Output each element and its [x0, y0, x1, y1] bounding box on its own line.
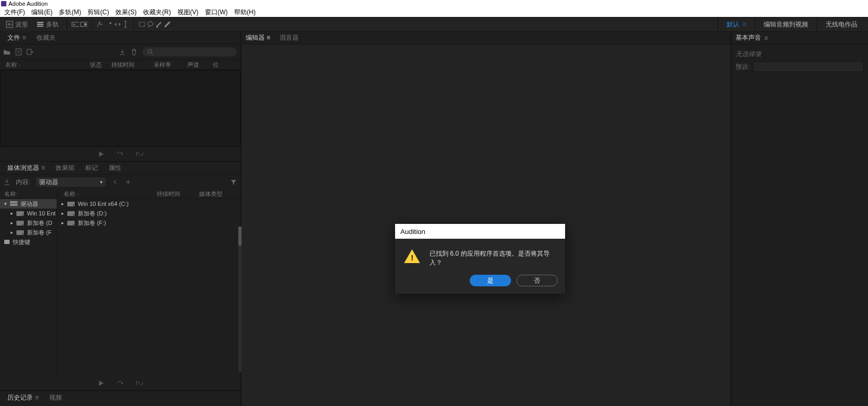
svg-rect-7	[84, 23, 87, 25]
menu-glyph-icon: ≡	[266, 34, 270, 41]
no-selection-text: 无选择项	[736, 48, 864, 60]
menu-clip[interactable]: 剪辑(C)	[84, 8, 112, 17]
menu-glyph-icon: ≡	[35, 394, 39, 401]
drive-icon	[67, 211, 75, 216]
chevron-right-icon: ▸	[11, 211, 13, 216]
multitrack-mode-button[interactable]: 多轨	[33, 19, 62, 31]
waveform-mode-button[interactable]: 波形	[2, 19, 32, 31]
filter-icon[interactable]	[230, 178, 237, 186]
drive-icon	[67, 202, 75, 206]
toolbar-separator	[92, 19, 92, 30]
files-header-row[interactable]: 名称 ↑ 状态 持续时间 采样率 声道 位	[0, 59, 240, 70]
workspace-tab-default[interactable]: 默认≡	[718, 17, 755, 31]
heal-tool-icon[interactable]	[164, 21, 171, 28]
add-shortcut-icon[interactable]	[124, 178, 132, 186]
media-footer	[0, 376, 240, 390]
titlebar: Adobe Audition	[0, 0, 868, 7]
tree-item-shortcuts[interactable]: 快捷键	[0, 237, 57, 247]
workspace-tab-audio-to-video[interactable]: 编辑音频到视频	[755, 17, 817, 31]
menu-help[interactable]: 帮助(H)	[231, 8, 259, 17]
back-icon[interactable]	[112, 178, 119, 186]
tree-item-d[interactable]: ▸新加卷 (D	[0, 218, 57, 228]
move-tool-icon[interactable]	[96, 21, 104, 28]
menu-window[interactable]: 窗口(W)	[202, 8, 231, 17]
history-panel: 历史记录≡ 视频	[0, 391, 240, 406]
import-preferences-dialog: Audition ! 已找到 6.0 的应用程序首选项。是否将其导入？ 是 否	[395, 224, 565, 294]
panel-title-essential-sound[interactable]: 基本声音 ≡	[731, 32, 868, 44]
svg-rect-1	[37, 22, 43, 23]
svg-rect-10	[156, 26, 158, 28]
media-list-header[interactable]: 名称 ↑ 持续时间 媒体类型	[57, 190, 240, 199]
brush-tool-icon[interactable]	[155, 21, 163, 28]
toolbar: 波形 多轨 默认≡ 编辑音频到视频 无线电作品	[0, 17, 868, 32]
new-file-icon[interactable]	[15, 48, 22, 56]
no-button[interactable]: 否	[516, 275, 558, 286]
tab-media-browser[interactable]: 媒体浏览器≡	[2, 161, 50, 174]
open-file-icon[interactable]	[3, 48, 11, 56]
slip-tool-icon[interactable]	[113, 21, 121, 28]
chevron-down-icon: ▾	[100, 179, 103, 185]
hud-toggle-a-icon[interactable]	[71, 21, 79, 28]
tab-effects-rack[interactable]: 效果组	[50, 161, 80, 174]
menu-view[interactable]: 视图(V)	[174, 8, 202, 17]
chevron-right-icon: ▸	[61, 201, 64, 206]
new-multitrack-icon[interactable]	[26, 48, 34, 56]
svg-rect-11	[16, 49, 21, 55]
menu-file[interactable]: 文件(F)	[1, 8, 28, 17]
autoplay-icon[interactable]	[136, 380, 143, 387]
content-dropdown[interactable]: 驱动器 ▾	[35, 177, 106, 187]
folder-tree: 名称 ↑ ▾ 驱动器 ▸Win 10 Ent ▸新加卷 (D ▸新加卷 (F 快…	[0, 190, 57, 376]
lasso-tool-icon[interactable]	[147, 21, 154, 28]
files-panel: 文件≡ 收藏夹 名称 ↑ 状态	[0, 32, 240, 162]
files-list[interactable]	[0, 70, 240, 147]
waveform-icon	[6, 21, 13, 28]
preset-dropdown[interactable]	[753, 61, 864, 72]
loop-icon[interactable]	[117, 150, 124, 158]
tab-history[interactable]: 历史记录≡	[2, 391, 44, 404]
tree-item-f[interactable]: ▸新加卷 (F	[0, 228, 57, 237]
import-icon[interactable]	[3, 178, 11, 186]
menu-effects[interactable]: 效果(S)	[112, 8, 140, 17]
razor-tool-icon[interactable]	[105, 21, 112, 28]
editor-tabs: 编辑器 ≡ 混音器	[241, 32, 730, 44]
menubar: 文件(F) 编辑(E) 多轨(M) 剪辑(C) 效果(S) 收藏夹(R) 视图(…	[0, 7, 868, 17]
tab-video[interactable]: 视频	[44, 391, 67, 404]
tree-item-drives[interactable]: ▾ 驱动器	[0, 199, 57, 209]
scrollbar-thumb[interactable]	[238, 227, 241, 246]
yes-button[interactable]: 是	[470, 275, 511, 286]
preset-label: 预设:	[736, 62, 750, 71]
svg-rect-2	[37, 24, 43, 25]
menu-glyph-icon: ≡	[22, 34, 26, 41]
tab-properties[interactable]: 属性	[103, 161, 127, 174]
list-item[interactable]: ▸新加卷 (F:)	[57, 218, 240, 228]
tab-editor[interactable]: 编辑器 ≡	[246, 33, 270, 42]
menu-glyph-icon: ≡	[41, 164, 45, 172]
tree-item-c[interactable]: ▸Win 10 Ent	[0, 209, 57, 218]
tab-markers[interactable]: 标记	[80, 161, 103, 174]
workspace-tab-radio[interactable]: 无线电作品	[817, 17, 866, 31]
vertical-scrollbar[interactable]	[238, 227, 241, 372]
autoplay-icon[interactable]	[136, 150, 143, 158]
menu-edit[interactable]: 编辑(E)	[28, 8, 56, 17]
menu-glyph-icon: ≡	[742, 21, 746, 28]
loop-icon[interactable]	[117, 380, 124, 387]
delete-icon[interactable]	[130, 48, 138, 56]
tab-files[interactable]: 文件≡	[2, 31, 31, 44]
play-icon[interactable]	[97, 150, 105, 158]
hud-toggle-b-icon[interactable]	[80, 21, 87, 28]
media-list: 名称 ↑ 持续时间 媒体类型 ▸Win 10 Ent x64 (C:) ▸新加卷…	[57, 190, 240, 376]
tab-mixer[interactable]: 混音器	[280, 33, 299, 42]
insert-clip-icon[interactable]	[119, 48, 126, 56]
toolbar-separator	[133, 19, 134, 30]
svg-rect-14	[10, 201, 17, 203]
play-icon[interactable]	[97, 380, 105, 387]
marquee-tool-icon[interactable]	[138, 21, 146, 28]
list-item[interactable]: ▸新加卷 (D:)	[57, 209, 240, 218]
tab-favorites[interactable]: 收藏夹	[31, 31, 61, 44]
time-select-tool-icon[interactable]	[122, 21, 129, 28]
menu-favorites[interactable]: 收藏夹(R)	[140, 8, 174, 17]
list-item[interactable]: ▸Win 10 Ent x64 (C:)	[57, 199, 240, 209]
tree-header-name[interactable]: 名称 ↑	[0, 190, 57, 199]
menu-multitrack[interactable]: 多轨(M)	[56, 8, 84, 17]
search-input[interactable]	[142, 47, 237, 57]
